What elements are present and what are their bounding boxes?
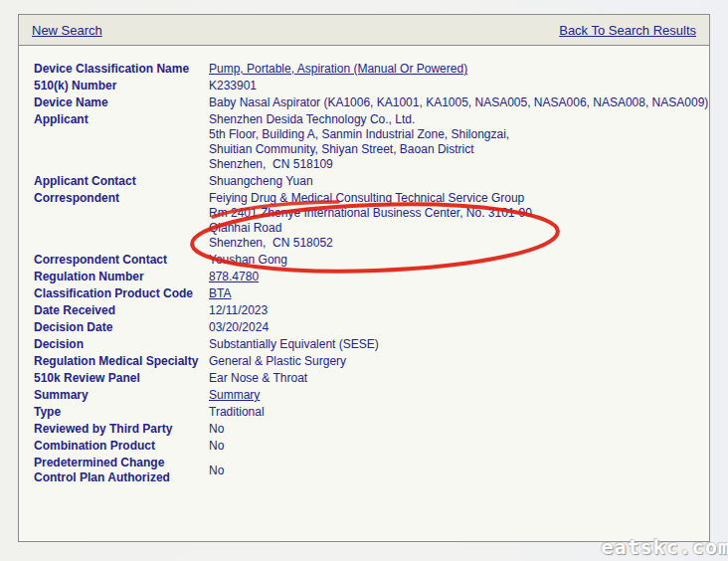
table-row-applicant-contact: Applicant Contact Shuangcheng Yuan (34, 173, 708, 190)
table-row-predetermined-change-control-plan-authorized: Predetermined Change Control Plan Author… (34, 455, 708, 486)
field-label: Regulation Medical Specialty (34, 353, 209, 370)
table-row-device-classification-name: Device Classification Name Pump, Portabl… (34, 61, 708, 78)
field-label: Summary (34, 387, 209, 404)
table-row-applicant: Applicant Shenzhen Desida Technology Co.… (34, 111, 708, 173)
summary-link[interactable]: Summary (209, 388, 260, 402)
field-label: 510k Review Panel (34, 370, 209, 387)
device-classification-name-link[interactable]: Pump, Portable, Aspiration (Manual Or Po… (209, 62, 467, 76)
detail-table: Device Classification Name Pump, Portabl… (34, 61, 708, 486)
table-row-date-received: Date Received 12/11/2023 (34, 302, 708, 319)
back-to-search-results-link[interactable]: Back To Search Results (559, 23, 696, 38)
field-value: 12/11/2023 (209, 302, 708, 319)
field-value: Feiying Drug & Medical Consulting Techni… (209, 190, 708, 252)
field-label: Type (34, 404, 209, 421)
table-row-correspondent-contact: Correspondent Contact Youshan Gong (34, 252, 708, 269)
field-label: 510(k) Number (34, 78, 209, 94)
field-label: Date Received (34, 302, 209, 319)
field-label: Classification Product Code (34, 285, 209, 302)
table-row-decision-date: Decision Date 03/20/2024 (34, 319, 708, 336)
table-row-classification-product-code: Classification Product Code BTA (34, 285, 708, 302)
field-label: Reviewed by Third Party (34, 421, 209, 438)
table-row-combination-product: Combination Product No (34, 438, 708, 455)
field-value: Shenzhen Desida Technology Co., Ltd. 5th… (209, 111, 708, 173)
field-value: BTA (209, 285, 708, 302)
table-row-regulation-medical-specialty: Regulation Medical Specialty General & P… (34, 353, 708, 370)
field-label: Decision Date (34, 319, 209, 336)
field-value: Shuangcheng Yuan (209, 173, 708, 190)
field-label: Device Classification Name (34, 61, 209, 78)
field-label: Decision (34, 336, 209, 353)
field-value: No (209, 421, 708, 438)
field-label: Applicant (34, 111, 209, 173)
device-detail-content: Device Classification Name Pump, Portabl… (19, 46, 709, 486)
field-value: Ear Nose & Throat (209, 370, 708, 387)
detail-rows: Device Classification Name Pump, Portabl… (34, 61, 708, 486)
field-label: Predetermined Change Control Plan Author… (34, 455, 209, 486)
table-row-device-name: Device Name Baby Nasal Aspirator (KA1006… (34, 94, 708, 111)
table-row-type: Type Traditional (34, 404, 708, 421)
navigation-bar: New Search Back To Search Results (19, 15, 709, 46)
watermark: eatskc.com (602, 535, 728, 559)
field-value: Traditional (209, 404, 708, 421)
field-value: 03/20/2024 (209, 319, 708, 336)
field-value: 878.4780 (209, 269, 708, 285)
field-label: Applicant Contact (34, 173, 209, 190)
field-label: Correspondent (34, 190, 209, 252)
field-value: No (209, 438, 708, 455)
table-row-summary: Summary Summary (34, 387, 708, 404)
table-row-decision: Decision Substantially Equivalent (SESE) (34, 336, 708, 353)
field-label: Device Name (34, 94, 209, 111)
field-value: No (209, 455, 708, 486)
new-search-link[interactable]: New Search (32, 23, 102, 38)
table-row-510k-number: 510(k) Number K233901 (34, 78, 708, 94)
field-value: Youshan Gong (209, 252, 708, 269)
classification-product-code-link[interactable]: BTA (209, 286, 231, 300)
table-row-regulation-number: Regulation Number 878.4780 (34, 269, 708, 285)
regulation-number-link[interactable]: 878.4780 (209, 270, 259, 283)
field-value: K233901 (209, 78, 708, 94)
page: New Search Back To Search Results Device… (0, 0, 728, 561)
field-label: Combination Product (34, 438, 209, 455)
table-row-510k-review-panel: 510k Review Panel Ear Nose & Throat (34, 370, 708, 387)
field-value: Pump, Portable, Aspiration (Manual Or Po… (209, 61, 708, 78)
field-value: Substantially Equivalent (SESE) (209, 336, 708, 353)
field-value: General & Plastic Surgery (209, 353, 708, 370)
table-row-correspondent: Correspondent Feiying Drug & Medical Con… (34, 190, 708, 252)
results-panel: New Search Back To Search Results Device… (18, 14, 710, 542)
table-row-reviewed-by-third-party: Reviewed by Third Party No (34, 421, 708, 438)
field-value: Baby Nasal Aspirator (KA1006, KA1001, KA… (209, 94, 708, 111)
field-label: Regulation Number (34, 269, 209, 285)
field-label: Correspondent Contact (34, 252, 209, 269)
field-value: Summary (209, 387, 708, 404)
